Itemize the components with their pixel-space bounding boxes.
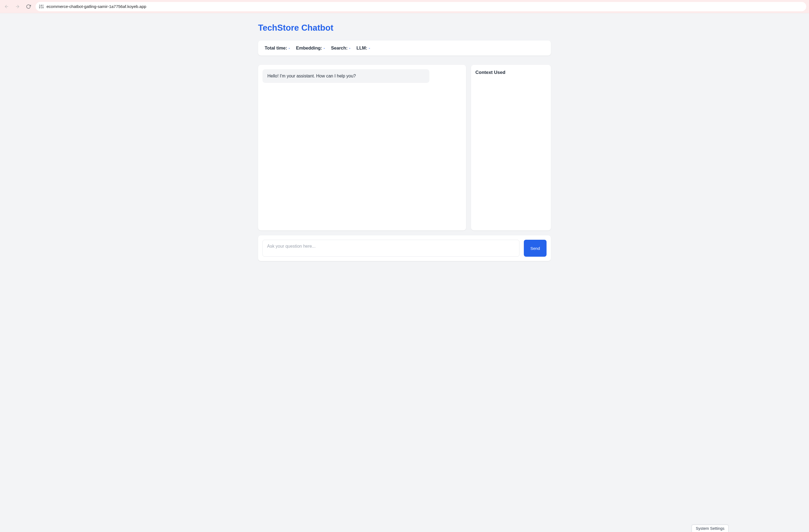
send-button[interactable]: Send	[524, 240, 547, 257]
input-card: Send	[258, 235, 551, 261]
site-settings-icon[interactable]	[39, 4, 44, 9]
url-text: ecommerce-chatbot-gatling-samir-1a7756af…	[47, 4, 146, 9]
arrow-left-icon	[4, 4, 9, 9]
message-text: Hello! I'm your assistant. How can I hel…	[268, 74, 356, 78]
metric-value: -	[349, 46, 350, 51]
metric-llm: LLM: -	[357, 46, 370, 51]
context-panel: Context Used	[471, 65, 551, 230]
question-input[interactable]	[262, 240, 519, 257]
browser-forward-button[interactable]	[14, 3, 21, 11]
metrics-card: Total time: - Embedding: - Search: - LLM…	[258, 40, 551, 55]
metric-value: -	[324, 46, 325, 51]
address-bar[interactable]: ecommerce-chatbot-gatling-samir-1a7756af…	[36, 2, 806, 11]
metric-total-time: Total time: -	[265, 46, 290, 51]
assistant-message: Hello! I'm your assistant. How can I hel…	[262, 69, 429, 83]
metric-label: Search:	[331, 46, 348, 51]
page-title: TechStore Chatbot	[258, 23, 551, 33]
metric-label: Total time:	[265, 46, 287, 51]
main-row: Hello! I'm your assistant. How can I hel…	[258, 65, 551, 230]
metric-label: Embedding:	[296, 46, 322, 51]
metric-embedding: Embedding: -	[296, 46, 325, 51]
browser-back-button[interactable]	[3, 3, 11, 11]
reload-icon	[26, 4, 31, 9]
metric-label: LLM:	[357, 46, 367, 51]
metric-value: -	[369, 46, 370, 51]
metric-search: Search: -	[331, 46, 350, 51]
metric-value: -	[289, 46, 290, 51]
browser-reload-button[interactable]	[24, 3, 32, 11]
page-content: TechStore Chatbot Total time: - Embeddin…	[253, 13, 556, 268]
arrow-right-icon	[15, 4, 20, 9]
context-title: Context Used	[476, 70, 547, 75]
chat-panel: Hello! I'm your assistant. How can I hel…	[258, 65, 466, 230]
browser-chrome: ecommerce-chatbot-gatling-samir-1a7756af…	[0, 0, 809, 13]
